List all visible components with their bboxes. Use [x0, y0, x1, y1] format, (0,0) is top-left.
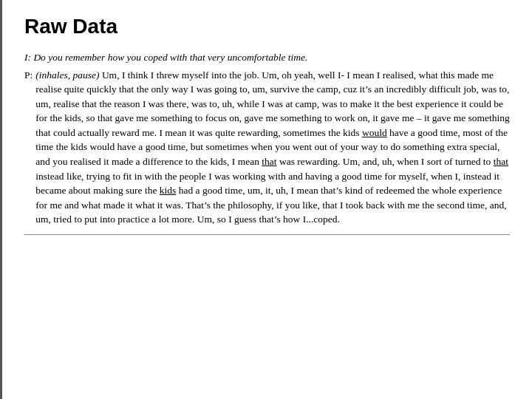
participant-label: P: [24, 68, 33, 83]
participant-line: P: (inhales, pause) Um, I think I threw … [24, 68, 510, 227]
participant-prefix: (inhales, pause) [35, 69, 99, 81]
participant-underline-3: that [494, 156, 508, 167]
participant-text-3: was rewarding. Um, and, uh, when I sort … [277, 156, 494, 167]
page-container: Raw Data I: Do you remember how you cope… [0, 0, 532, 399]
participant-underline-1: would [362, 127, 387, 138]
participant-underline-2: that [262, 156, 276, 167]
participant-text: (inhales, pause) Um, I think I threw mys… [35, 68, 510, 227]
interviewer-label: I: Do you remember how you coped with th… [24, 52, 307, 63]
interviewer-line: I: Do you remember how you coped with th… [24, 50, 510, 65]
participant-underline-4: kids [160, 185, 177, 196]
content-area: I: Do you remember how you coped with th… [24, 50, 510, 227]
bottom-divider [24, 234, 510, 235]
page-title: Raw Data [24, 15, 510, 38]
